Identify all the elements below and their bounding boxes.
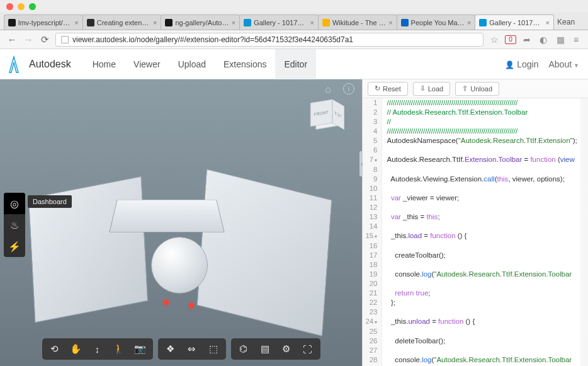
code-line[interactable]: 20 (363, 279, 588, 289)
code-line[interactable]: 13 var _this = this; (363, 212, 588, 222)
window-controls[interactable] (0, 0, 588, 13)
code-text[interactable]: deleteToolbar(); (382, 336, 588, 346)
nav-item-home[interactable]: Home (84, 49, 125, 79)
modeltree-icon[interactable]: ⌬ (234, 341, 254, 357)
code-text[interactable]: _this.unload = function () { (382, 317, 588, 327)
unload-button[interactable]: ⇧Unload (455, 82, 499, 96)
code-text[interactable] (382, 260, 588, 270)
properties-icon[interactable]: ▤ (255, 341, 275, 357)
back-icon[interactable]: ← (6, 34, 18, 45)
star-icon[interactable]: ☆ (489, 34, 500, 45)
menu-icon[interactable]: ≡ (570, 34, 582, 45)
code-line[interactable]: 22 }; (363, 298, 588, 307)
code-text[interactable] (382, 222, 588, 231)
orbit-icon[interactable]: ⟲ (45, 341, 65, 357)
close-icon[interactable]: × (232, 19, 235, 26)
code-line[interactable]: 24 ▾ _this.unload = function () { (363, 317, 588, 327)
maximize-window-icon[interactable] (29, 3, 36, 10)
code-line[interactable]: 14 (363, 222, 588, 231)
code-line[interactable]: 2// Autodesk.Research.TtIf.Extension.Too… (363, 108, 588, 117)
nav-item-upload[interactable]: Upload (169, 49, 215, 79)
close-icon[interactable]: × (153, 19, 157, 26)
close-icon[interactable]: × (74, 19, 78, 26)
code-text[interactable] (382, 346, 588, 355)
code-line[interactable]: 27 (363, 346, 588, 355)
code-text[interactable] (382, 203, 588, 212)
code-line[interactable]: 10 (363, 184, 588, 193)
dolly-icon[interactable]: ↕ (88, 341, 108, 357)
code-line[interactable]: 5AutodeskNamespace("Autodesk.Research.Tt… (363, 136, 588, 146)
close-icon[interactable]: × (388, 19, 392, 26)
code-line[interactable]: 8 (363, 165, 588, 174)
code-text[interactable] (382, 241, 588, 251)
reload-icon[interactable]: ⟳ (39, 34, 50, 45)
code-line[interactable]: 7 ▾Autodesk.Research.TtIf.Extension.Tool… (363, 155, 588, 165)
share-icon[interactable]: ➦ (521, 34, 533, 45)
code-line[interactable]: 11 var _viewer = viewer; (363, 193, 588, 203)
code-line[interactable]: 1///////////////////////////////////////… (363, 98, 588, 108)
close-icon[interactable]: × (310, 19, 314, 26)
viewcube[interactable]: TOP FRONT RIGHT (309, 98, 344, 134)
code-line[interactable]: 16 (363, 241, 588, 251)
code-text[interactable]: var _viewer = viewer; (382, 193, 588, 203)
pan-icon[interactable]: ✋ (66, 341, 86, 357)
browser-tab[interactable]: Wikitude - The Wo× (318, 14, 397, 30)
code-text[interactable]: console.log("Autodesk.Research.TtIf.Exte… (382, 355, 588, 365)
code-text[interactable]: ////////////////////////////////////////… (382, 127, 588, 136)
browser-tab[interactable]: Gallery - 10175Va× (475, 14, 554, 30)
code-line[interactable]: 21 return true; (363, 289, 588, 298)
browser-tab[interactable]: lmv-typescript/Sim× (4, 14, 83, 30)
code-line[interactable]: 28 console.log("Autodesk.Research.TtIf.E… (363, 355, 588, 365)
reset-button[interactable]: ↻Reset (368, 82, 408, 96)
code-line[interactable]: 23 (363, 307, 588, 317)
flame-icon[interactable]: ♨ (4, 214, 25, 236)
browser-tab[interactable]: People You May Kn× (397, 14, 476, 30)
code-text[interactable] (382, 327, 588, 336)
nav-brand[interactable]: Autodesk (29, 49, 84, 80)
grid-icon[interactable]: ▦ (554, 34, 565, 45)
code-text[interactable] (382, 307, 588, 317)
explode-icon[interactable]: ❖ (161, 341, 181, 357)
nav-item-extensions[interactable]: Extensions (215, 49, 275, 79)
nav-item-editor[interactable]: Editor (275, 49, 316, 79)
code-line[interactable]: 19 console.log("Autodesk.Research.TtIf.E… (363, 270, 588, 279)
code-line[interactable]: 4///////////////////////////////////////… (363, 127, 588, 136)
code-text[interactable]: }; (382, 298, 588, 307)
code-line[interactable]: 9 Autodesk.Viewing.Extension.call(this, … (363, 174, 588, 184)
forward-icon[interactable]: → (23, 34, 34, 45)
code-line[interactable]: 18 (363, 260, 588, 270)
code-editor[interactable]: 1///////////////////////////////////////… (363, 98, 588, 366)
info-icon[interactable]: i (343, 83, 354, 94)
code-text[interactable]: AutodeskNamespace("Autodesk.Research.TtI… (382, 136, 588, 146)
settings-icon[interactable]: ⚙ (276, 341, 297, 357)
home-icon[interactable]: ⌂ (322, 83, 334, 96)
cube-icon[interactable]: ⬚ (203, 341, 223, 357)
code-line[interactable]: 25 (363, 327, 588, 336)
camera-icon[interactable]: 📷 (130, 341, 150, 357)
target-icon[interactable]: ◎ (4, 193, 25, 214)
profile-icon[interactable]: ◐ (538, 34, 549, 45)
model-3d[interactable] (31, 149, 327, 357)
code-line[interactable]: 12 (363, 203, 588, 212)
fullscreen-icon[interactable]: ⛶ (298, 341, 318, 357)
code-text[interactable]: console.log("Autodesk.Research.TtIf.Exte… (382, 270, 588, 279)
code-text[interactable]: _this.load = function () { (382, 231, 588, 241)
walk-icon[interactable]: 🚶 (109, 341, 129, 357)
address-input[interactable]: viewer.autodesk.io/node/gallery/#/extens… (55, 33, 483, 47)
close-icon[interactable]: × (546, 19, 550, 26)
nav-item-viewer[interactable]: Viewer (125, 49, 169, 79)
code-text[interactable] (382, 184, 588, 193)
code-line[interactable]: 17 createToolbar(); (363, 251, 588, 260)
bookmark-count-icon[interactable]: 0 (505, 35, 516, 44)
code-text[interactable]: Autodesk.Viewing.Extension.call(this, vi… (382, 174, 588, 184)
code-text[interactable]: createToolbar(); (382, 251, 588, 260)
code-text[interactable]: // Autodesk.Research.TtIf.Extension.Tool… (382, 108, 588, 117)
viewer-pane[interactable]: ⌂ i TOP FRONT RIGHT ◎♨⚡ Dashboard ⟲✋↕🚶📷❖… (0, 79, 362, 366)
minimize-window-icon[interactable] (18, 3, 25, 10)
code-line[interactable]: 26 deleteToolbar(); (363, 336, 588, 346)
code-line[interactable]: 15 ▾ _this.load = function () { (363, 231, 588, 241)
code-text[interactable]: Autodesk.Research.TtIf.Extension.Toolbar… (382, 155, 588, 165)
code-text[interactable]: var _this = this; (382, 212, 588, 222)
code-line[interactable]: 6 (363, 146, 588, 155)
code-text[interactable] (382, 146, 588, 155)
